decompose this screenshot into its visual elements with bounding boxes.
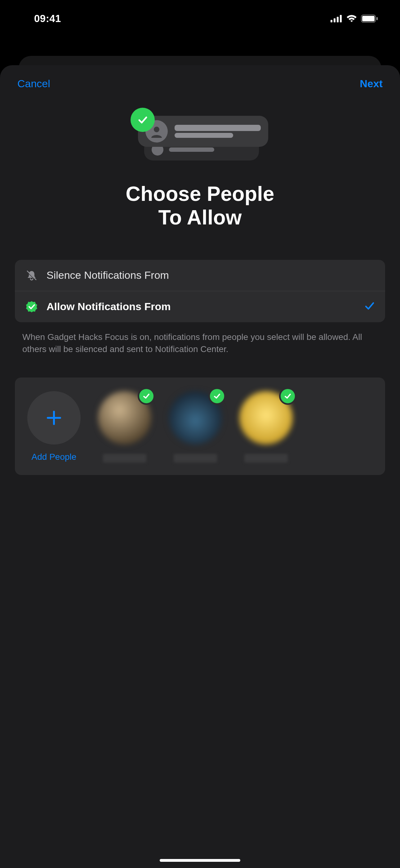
avatar [239,391,293,444]
contact-item-1[interactable] [98,391,151,463]
avatar [98,391,151,444]
contact-name-redacted [103,454,146,463]
svg-point-7 [154,127,159,132]
contact-item-3[interactable] [239,391,293,463]
checkmark-seal-icon [25,300,38,314]
cellular-icon [331,15,342,22]
people-group: Add People [15,377,385,475]
svg-rect-1 [334,18,335,22]
contact-name-redacted [174,454,217,463]
add-people-label: Add People [32,452,76,462]
contact-name-redacted [244,454,288,463]
nav-bar: Cancel Next [0,78,400,102]
allow-option-row[interactable]: Allow Notifications From [15,291,385,322]
checkmark-badge-icon [208,388,226,405]
modal-sheet: Cancel Next Choose PeopleTo Al [0,65,400,868]
checkmark-badge-icon [138,388,155,405]
battery-icon [361,14,378,23]
checkmark-badge-icon [131,108,155,132]
status-time: 09:41 [34,13,61,25]
svg-rect-5 [362,16,374,22]
next-button[interactable]: Next [360,78,382,90]
status-icons [331,14,378,23]
page-title: Choose PeopleTo Allow [126,182,274,229]
notification-mode-group: Silence Notifications From Allow Notific… [15,260,385,322]
selected-check-icon [364,301,375,313]
bell-slash-icon [25,269,38,282]
plus-circle-icon [27,391,80,444]
svg-rect-2 [337,17,339,22]
help-text: When Gadget Hacks Focus is on, notificat… [0,322,400,355]
hero-card-front [138,116,268,147]
wifi-icon [346,14,357,23]
svg-rect-0 [331,20,332,22]
status-bar: 09:41 [0,0,400,37]
checkmark-badge-icon [279,388,296,405]
silence-option-label: Silence Notifications From [46,269,375,281]
hero: Choose PeopleTo Allow [0,102,400,242]
silence-option-row[interactable]: Silence Notifications From [15,260,385,291]
svg-rect-3 [340,15,342,22]
svg-rect-6 [376,17,378,20]
hero-illustration [120,104,280,176]
contact-item-2[interactable] [169,391,222,463]
add-people-button[interactable]: Add People [27,391,80,462]
cancel-button[interactable]: Cancel [18,78,50,90]
allow-option-label: Allow Notifications From [46,301,356,313]
avatar [169,391,222,444]
home-indicator[interactable] [160,859,240,862]
